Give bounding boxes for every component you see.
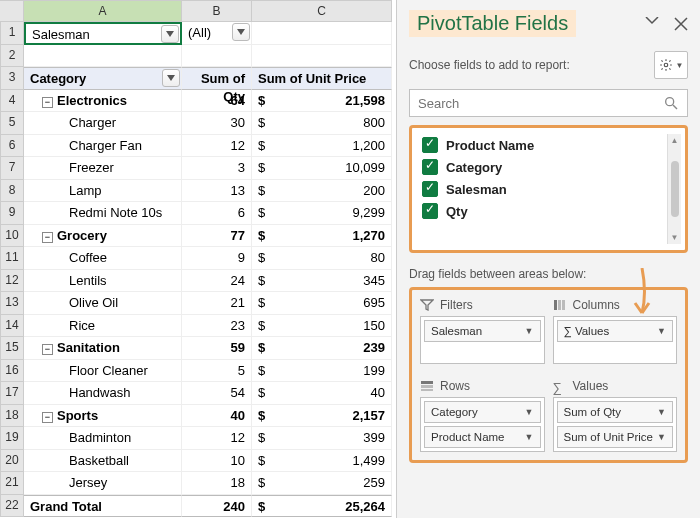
product-row-label[interactable]: Badminton xyxy=(24,427,182,450)
cell[interactable] xyxy=(182,45,252,68)
row-header[interactable]: 13 xyxy=(0,292,24,315)
qty-cell[interactable]: 6 xyxy=(182,202,252,225)
price-cell[interactable]: $80 xyxy=(252,247,392,270)
product-row-label[interactable]: Rice xyxy=(24,315,182,338)
qty-cell[interactable]: 30 xyxy=(182,112,252,135)
price-cell[interactable]: $199 xyxy=(252,360,392,383)
pill-dropdown-icon[interactable]: ▼ xyxy=(525,407,534,417)
field-checkbox[interactable] xyxy=(422,181,438,197)
row-header[interactable]: 2 xyxy=(0,45,24,68)
product-row-label[interactable]: Jersey xyxy=(24,472,182,495)
qty-cell[interactable]: 5 xyxy=(182,360,252,383)
price-cell[interactable]: $40 xyxy=(252,382,392,405)
field-checkbox[interactable] xyxy=(422,159,438,175)
row-header[interactable]: 8 xyxy=(0,180,24,203)
price-cell[interactable]: $1,200 xyxy=(252,135,392,158)
product-row-label[interactable]: Lentils xyxy=(24,270,182,293)
product-row-label[interactable]: Handwash xyxy=(24,382,182,405)
qty-cell[interactable]: 59 xyxy=(182,337,252,360)
filter-field-dropdown-icon[interactable] xyxy=(161,25,179,43)
pill-dropdown-icon[interactable]: ▼ xyxy=(525,326,534,336)
price-cell[interactable]: $345 xyxy=(252,270,392,293)
category-row-label[interactable]: −Sports xyxy=(24,405,182,428)
cell[interactable] xyxy=(252,45,392,68)
price-cell[interactable]: $695 xyxy=(252,292,392,315)
grand-total-price[interactable]: $25,264 xyxy=(252,495,392,518)
pill-dropdown-icon[interactable]: ▼ xyxy=(525,432,534,442)
product-row-label[interactable]: Freezer xyxy=(24,157,182,180)
field-pill[interactable]: Category▼ xyxy=(424,401,541,423)
category-row-label[interactable]: −Grocery xyxy=(24,225,182,248)
field-list-item[interactable]: Category xyxy=(416,156,667,178)
qty-cell[interactable]: 10 xyxy=(182,450,252,473)
cell[interactable] xyxy=(24,45,182,68)
row-header[interactable]: 12 xyxy=(0,270,24,293)
collapse-button[interactable] xyxy=(644,17,660,31)
row-header[interactable]: 1 xyxy=(0,22,24,45)
product-row-label[interactable]: Olive Oil xyxy=(24,292,182,315)
collapse-toggle[interactable]: − xyxy=(42,344,53,355)
grand-total-label[interactable]: Grand Total xyxy=(24,495,182,518)
row-header[interactable]: 17 xyxy=(0,382,24,405)
field-search-box[interactable] xyxy=(409,89,688,117)
field-pill[interactable]: ∑ Values▼ xyxy=(557,320,674,342)
qty-cell[interactable]: 77 xyxy=(182,225,252,248)
field-checkbox[interactable] xyxy=(422,137,438,153)
category-row-label[interactable]: −Electronics xyxy=(24,90,182,113)
qty-cell[interactable]: 40 xyxy=(182,405,252,428)
collapse-toggle[interactable]: − xyxy=(42,232,53,243)
price-cell[interactable]: $150 xyxy=(252,315,392,338)
category-row-label[interactable]: −Sanitation xyxy=(24,337,182,360)
qty-cell[interactable]: 64 xyxy=(182,90,252,113)
filter-value-dropdown-icon[interactable] xyxy=(232,23,250,41)
row-header[interactable]: 18 xyxy=(0,405,24,428)
collapse-toggle[interactable]: − xyxy=(42,97,53,108)
price-cell[interactable]: $259 xyxy=(252,472,392,495)
row-header[interactable]: 10 xyxy=(0,225,24,248)
row-header[interactable]: 14 xyxy=(0,315,24,338)
scroll-up-icon[interactable]: ▲ xyxy=(671,136,679,145)
row-header[interactable]: 9 xyxy=(0,202,24,225)
qty-cell[interactable]: 21 xyxy=(182,292,252,315)
product-row-label[interactable]: Charger Fan xyxy=(24,135,182,158)
product-row-label[interactable]: Basketball xyxy=(24,450,182,473)
pill-dropdown-icon[interactable]: ▼ xyxy=(657,407,666,417)
price-cell[interactable]: $21,598 xyxy=(252,90,392,113)
row-header[interactable]: 20 xyxy=(0,450,24,473)
product-row-label[interactable]: Charger xyxy=(24,112,182,135)
price-cell[interactable]: $9,299 xyxy=(252,202,392,225)
row-header[interactable]: 16 xyxy=(0,360,24,383)
price-cell[interactable]: $2,157 xyxy=(252,405,392,428)
category-dropdown-icon[interactable] xyxy=(162,69,180,87)
columns-dropzone[interactable]: ∑ Values▼ xyxy=(553,316,678,364)
qty-cell[interactable]: 13 xyxy=(182,180,252,203)
select-all-corner[interactable] xyxy=(0,0,24,22)
field-pill[interactable]: Product Name▼ xyxy=(424,426,541,448)
row-header[interactable]: 7 xyxy=(0,157,24,180)
field-pill[interactable]: Salesman▼ xyxy=(424,320,541,342)
qty-cell[interactable]: 9 xyxy=(182,247,252,270)
product-row-label[interactable]: Coffee xyxy=(24,247,182,270)
scroll-thumb[interactable] xyxy=(671,161,679,217)
row-header[interactable]: 5 xyxy=(0,112,24,135)
qty-cell[interactable]: 12 xyxy=(182,135,252,158)
cell[interactable] xyxy=(252,22,392,45)
layout-options-button[interactable]: ▼ xyxy=(654,51,688,79)
rows-dropzone[interactable]: Category▼Product Name▼ xyxy=(420,397,545,452)
field-pill[interactable]: Sum of Unit Price▼ xyxy=(557,426,674,448)
row-header[interactable]: 6 xyxy=(0,135,24,158)
col-header-c[interactable]: C xyxy=(252,0,392,22)
field-list-scrollbar[interactable]: ▲ ▼ xyxy=(667,134,681,244)
field-list-item[interactable]: Qty xyxy=(416,200,667,222)
product-row-label[interactable]: Lamp xyxy=(24,180,182,203)
row-header[interactable]: 15 xyxy=(0,337,24,360)
row-header[interactable]: 19 xyxy=(0,427,24,450)
report-filter-field[interactable]: Salesman xyxy=(24,22,182,45)
product-row-label[interactable]: Redmi Note 10s xyxy=(24,202,182,225)
scroll-down-icon[interactable]: ▼ xyxy=(671,233,679,242)
row-header[interactable]: 3 xyxy=(0,67,24,90)
row-header[interactable]: 21 xyxy=(0,472,24,495)
price-cell[interactable]: $800 xyxy=(252,112,392,135)
report-filter-value[interactable]: (All) xyxy=(182,22,252,45)
qty-cell[interactable]: 12 xyxy=(182,427,252,450)
